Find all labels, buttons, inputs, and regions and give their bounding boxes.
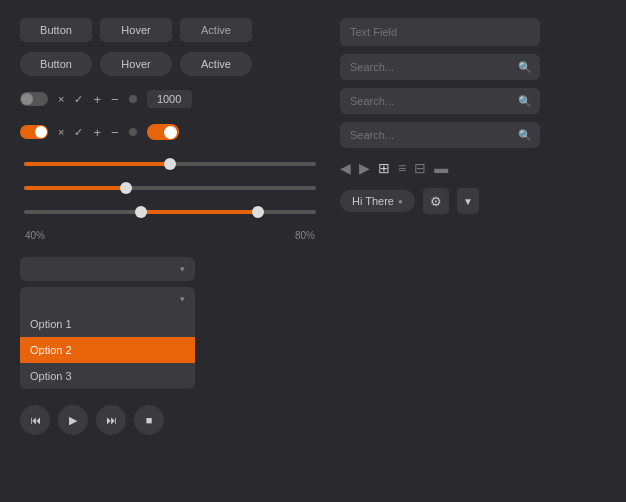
controls-row-1: × ✓ + − — [20, 86, 320, 112]
button-2[interactable]: Button — [20, 52, 92, 76]
range-label-left: 40% — [25, 230, 45, 241]
text-field-wrap — [340, 18, 540, 46]
search-icon-2: 🔍 — [518, 95, 532, 108]
slider-track-2 — [24, 186, 316, 190]
media-play[interactable]: ▶ — [58, 405, 88, 435]
x-icon-2[interactable]: × — [58, 126, 64, 138]
text-field-input[interactable] — [340, 18, 540, 46]
view-icon-right-arrow[interactable]: ▶ — [359, 160, 370, 176]
left-column: Button Hover Active Button Hover Active … — [20, 18, 320, 435]
search-wrap-3: 🔍 — [340, 122, 540, 148]
toggle-off-1[interactable] — [20, 92, 48, 106]
check-icon-2[interactable]: ✓ — [74, 126, 83, 139]
tag-dot-icon: ● — [398, 197, 403, 206]
range-label-right: 80% — [295, 230, 315, 241]
plus-icon-1[interactable]: + — [93, 92, 101, 107]
search-icon-3: 🔍 — [518, 129, 532, 142]
view-icon-grid[interactable]: ⊞ — [378, 160, 390, 176]
dropdown-arrow-button[interactable]: ▼ — [457, 188, 479, 214]
media-stop[interactable]: ■ — [134, 405, 164, 435]
tag-row: Hi There ● ⚙ ▼ — [340, 188, 540, 214]
dropdown-header[interactable]: ▾ — [20, 287, 195, 311]
slider-thumb-2[interactable] — [120, 182, 132, 194]
range-thumb-right[interactable] — [252, 206, 264, 218]
button-active-1[interactable]: Active — [180, 18, 252, 42]
button-1[interactable]: Button — [20, 18, 92, 42]
search-input-1[interactable] — [340, 54, 540, 80]
controls-row-2: × ✓ + − — [20, 120, 320, 144]
view-icon-columns[interactable]: ⊟ — [414, 160, 426, 176]
button-active-2[interactable]: Active — [180, 52, 252, 76]
gear-button[interactable]: ⚙ — [423, 188, 449, 214]
range-slider-track — [24, 210, 316, 214]
select-empty[interactable]: ▾ — [20, 257, 195, 281]
check-icon-1[interactable]: ✓ — [74, 93, 83, 106]
search-wrap-1: 🔍 — [340, 54, 540, 80]
dropdown-option-3[interactable]: Option 3 — [20, 363, 195, 389]
button-row-dark: Button Hover Active — [20, 18, 320, 42]
dot-2 — [129, 128, 137, 136]
slider-thumb-1[interactable] — [164, 158, 176, 170]
dropdown-option-2[interactable]: Option 2 — [20, 337, 195, 363]
range-labels: 40% 80% — [20, 230, 320, 241]
media-skip-back[interactable]: ⏮ — [20, 405, 50, 435]
media-controls: ⏮ ▶ ⏭ ■ — [20, 405, 320, 435]
view-icons-row: ◀ ▶ ⊞ ≡ ⊟ ▬ — [340, 156, 540, 180]
tag-label: Hi There — [352, 195, 394, 207]
button-hover-1[interactable]: Hover — [100, 18, 172, 42]
search-icon-1: 🔍 — [518, 61, 532, 74]
media-skip-forward[interactable]: ⏭ — [96, 405, 126, 435]
dropdown-section: ▾ ▾ Option 1 Option 2 Option 3 — [20, 257, 320, 389]
range-thumb-left[interactable] — [135, 206, 147, 218]
right-column: 🔍 🔍 🔍 ◀ ▶ ⊞ ≡ ⊟ ▬ Hi There ● ⚙ — [340, 18, 540, 435]
view-icon-list[interactable]: ≡ — [398, 160, 406, 176]
dropdown-option-1[interactable]: Option 1 — [20, 311, 195, 337]
slider-fill-1 — [24, 162, 170, 166]
chevron-down-icon-2: ▾ — [180, 294, 185, 304]
button-row-rounded: Button Hover Active — [20, 52, 320, 76]
slider-fill-2 — [24, 186, 126, 190]
dot-1 — [129, 95, 137, 103]
view-icon-panel[interactable]: ▬ — [434, 160, 448, 176]
chevron-down-icon: ▾ — [180, 264, 185, 274]
dropdown-open: ▾ Option 1 Option 2 Option 3 — [20, 287, 195, 389]
toggle-big-on[interactable] — [147, 124, 179, 140]
minus-icon-2[interactable]: − — [111, 125, 119, 140]
sliders-section: 40% 80% — [20, 156, 320, 241]
range-fill — [141, 210, 258, 214]
x-icon-1[interactable]: × — [58, 93, 64, 105]
plus-icon-2[interactable]: + — [93, 125, 101, 140]
search-wrap-2: 🔍 — [340, 88, 540, 114]
slider-track-1 — [24, 162, 316, 166]
view-icon-left-arrow[interactable]: ◀ — [340, 160, 351, 176]
tag-badge[interactable]: Hi There ● — [340, 190, 415, 212]
toggle-on-1[interactable] — [20, 125, 48, 139]
minus-icon-1[interactable]: − — [111, 92, 119, 107]
search-input-2[interactable] — [340, 88, 540, 114]
number-input[interactable] — [147, 90, 192, 108]
button-hover-2[interactable]: Hover — [100, 52, 172, 76]
search-input-3[interactable] — [340, 122, 540, 148]
